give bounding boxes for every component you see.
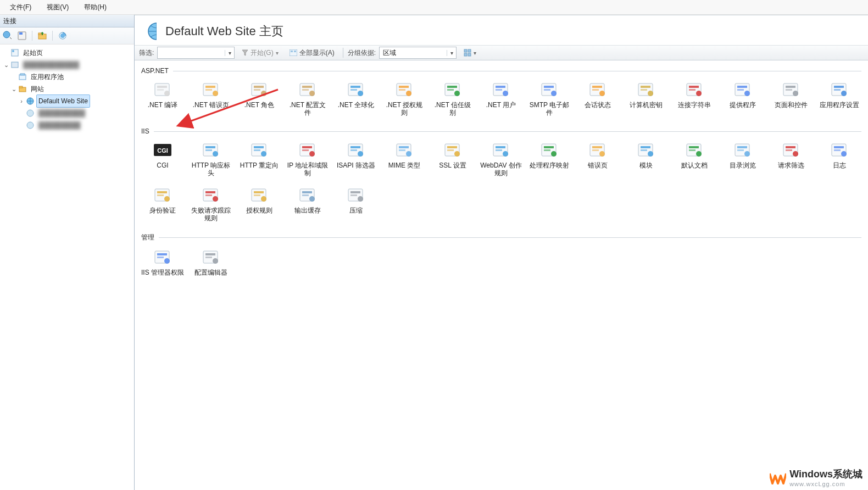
svg-point-7 xyxy=(12,50,14,52)
feature-item[interactable]: 连接字符串 xyxy=(673,80,716,116)
svg-rect-164 xyxy=(157,257,164,258)
connections-tree: ▸ 起始页 ⌄ ████████████ ▸ 应用程序池 xyxy=(0,44,134,490)
node-label: ████████████ xyxy=(21,59,81,71)
feature-label: 目录浏览 xyxy=(721,162,764,169)
feature-item[interactable]: HTTP 响应标头 xyxy=(190,141,232,177)
svg-rect-132 xyxy=(737,149,744,151)
feature-item[interactable]: 提供程序 xyxy=(721,80,764,116)
expand-icon[interactable]: ⌄ xyxy=(2,59,10,71)
chevron-down-icon[interactable]: ▾ xyxy=(225,50,234,56)
filter-input[interactable]: ▾ xyxy=(157,47,235,59)
feature-item[interactable]: 请求筛选 xyxy=(770,141,813,177)
svg-point-43 xyxy=(358,91,363,96)
feature-icon xyxy=(297,141,319,159)
feature-item[interactable]: .NET 信任级别 xyxy=(431,80,474,116)
connect-dropdown-icon[interactable] xyxy=(2,30,13,41)
feature-item[interactable]: 处理程序映射 xyxy=(528,141,571,177)
feature-item[interactable]: 默认文档 xyxy=(673,141,716,177)
svg-point-89 xyxy=(213,151,218,157)
group-header-aspnet[interactable]: ASP.NET xyxy=(141,67,861,75)
feature-item[interactable]: .NET 错误页 xyxy=(190,80,232,116)
tree-node-app-pools[interactable]: ▸ 应用程序池 xyxy=(0,71,134,83)
view-mode-button[interactable]: ▾ xyxy=(460,47,480,59)
feature-label: CGI xyxy=(141,162,184,169)
feature-item[interactable]: HTTP 重定向 xyxy=(238,141,281,177)
feature-item[interactable]: 授权规则 xyxy=(238,186,281,222)
feature-label: WebDAV 创作规则 xyxy=(480,162,522,177)
tree-node-default-web-site[interactable]: › Default Web Site xyxy=(0,95,134,107)
filter-go-button[interactable]: 开始(G) ▾ xyxy=(238,47,282,59)
chevron-down-icon[interactable]: ▾ xyxy=(447,50,456,56)
feature-icon xyxy=(828,80,850,99)
feature-item[interactable]: IP 地址和域限制 xyxy=(286,141,329,177)
feature-item[interactable]: .NET 全球化 xyxy=(335,80,377,116)
feature-item[interactable]: 压缩 xyxy=(335,186,377,222)
tree-node-hidden-1[interactable]: ▸ ██████████ xyxy=(0,107,134,119)
feature-item[interactable]: ISAPI 筛选器 xyxy=(335,141,377,177)
tree-node-hidden-2[interactable]: ▸ █████████ xyxy=(0,119,134,131)
svg-rect-12 xyxy=(19,86,23,88)
feature-item[interactable]: 计算机密钥 xyxy=(625,80,667,116)
refresh-icon[interactable] xyxy=(57,30,68,41)
svg-rect-18 xyxy=(291,51,293,52)
feature-item[interactable]: 身份验证 xyxy=(141,186,184,222)
svg-rect-148 xyxy=(205,194,212,196)
tree-node-home[interactable]: ▸ 起始页 xyxy=(0,47,134,59)
group-header-iis[interactable]: IIS xyxy=(141,127,861,135)
feature-item[interactable]: .NET 编译 xyxy=(141,80,184,116)
svg-rect-34 xyxy=(254,89,260,91)
svg-rect-155 xyxy=(302,191,312,193)
feature-item[interactable]: 页面和控件 xyxy=(770,80,813,116)
filter-showall-button[interactable]: 全部显示(A) xyxy=(286,47,338,59)
expand-icon[interactable]: › xyxy=(18,95,25,107)
feature-item[interactable]: 配置编辑器 xyxy=(190,248,232,276)
menu-help[interactable]: 帮助(H) xyxy=(84,3,107,12)
svg-rect-29 xyxy=(205,86,215,88)
svg-rect-69 xyxy=(689,86,699,88)
feature-item[interactable]: .NET 用户 xyxy=(480,80,522,116)
feature-item[interactable]: 应用程序设置 xyxy=(818,80,861,116)
feature-item[interactable]: SMTP 电子邮件 xyxy=(528,80,571,116)
group-header-mgmt[interactable]: 管理 xyxy=(141,233,861,242)
feature-label: 失败请求跟踪规则 xyxy=(190,207,232,222)
svg-rect-20 xyxy=(464,49,467,52)
node-label: █████████ xyxy=(36,119,83,131)
watermark: Windows系统城 www.wxcLgg.com xyxy=(770,467,863,487)
svg-point-117 xyxy=(551,151,557,157)
groupby-combo[interactable]: 区域 ▾ xyxy=(379,47,457,59)
feature-item[interactable]: SSL 设置 xyxy=(431,141,474,177)
feature-item[interactable]: MIME 类型 xyxy=(383,141,426,177)
feature-icon xyxy=(345,186,367,204)
save-icon[interactable] xyxy=(16,30,27,41)
expand-icon[interactable]: ⌄ xyxy=(10,83,18,95)
tree-node-sites[interactable]: ⌄ 网站 xyxy=(0,83,134,95)
feature-icon xyxy=(538,141,560,159)
menu-file[interactable]: 文件(F) xyxy=(10,3,31,12)
tree-node-server[interactable]: ⌄ ████████████ xyxy=(0,59,134,71)
svg-rect-95 xyxy=(302,146,312,148)
feature-item[interactable]: IIS 管理器权限 xyxy=(141,248,184,276)
feature-item[interactable]: 错误页 xyxy=(576,141,619,177)
feature-item[interactable]: 模块 xyxy=(625,141,667,177)
svg-rect-77 xyxy=(786,86,795,88)
svg-rect-19 xyxy=(294,51,296,52)
main-panel: Default Web Site 主页 筛选: ▾ 开始(G) ▾ 全部显示(A… xyxy=(135,15,868,490)
feature-item[interactable]: .NET 授权规则 xyxy=(383,80,426,116)
toolbar-separator xyxy=(32,31,32,41)
feature-item[interactable]: 日志 xyxy=(818,141,861,177)
feature-item[interactable]: 失败请求跟踪规则 xyxy=(190,186,232,222)
up-level-icon[interactable] xyxy=(37,30,48,41)
feature-icon xyxy=(587,141,609,159)
feature-label: .NET 授权规则 xyxy=(383,101,426,116)
feature-item[interactable]: WebDAV 创作规则 xyxy=(480,141,522,177)
svg-rect-82 xyxy=(834,89,841,91)
menu-view[interactable]: 视图(V) xyxy=(47,3,69,12)
feature-item[interactable]: .NET 角色 xyxy=(238,80,281,116)
feature-item[interactable]: 会话状态 xyxy=(576,80,619,116)
feature-item[interactable]: 输出缓存 xyxy=(286,186,329,222)
feature-label: .NET 错误页 xyxy=(190,101,232,109)
feature-item[interactable]: CGICGI xyxy=(141,141,184,177)
feature-item[interactable]: 目录浏览 xyxy=(721,141,764,177)
feature-icon xyxy=(200,141,222,159)
feature-item[interactable]: .NET 配置文件 xyxy=(286,80,329,116)
